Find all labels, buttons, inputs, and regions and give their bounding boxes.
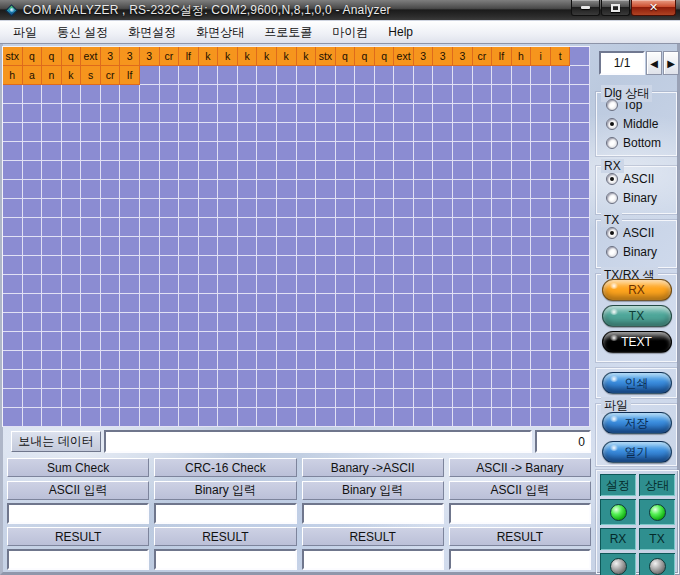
open-button[interactable]: 열기	[602, 441, 672, 463]
grid-cell	[42, 180, 62, 199]
grid-cell	[277, 199, 297, 218]
radio-icon[interactable]	[606, 99, 618, 111]
maximize-icon	[611, 4, 620, 12]
grid-cell	[81, 142, 101, 161]
prev-page-button[interactable]: ◀	[646, 51, 662, 75]
tool-title-banary-ascii[interactable]: Banary ->ASCII	[302, 458, 444, 477]
dlg-state-option-bottom[interactable]: Bottom	[606, 135, 676, 150]
grid-cell	[375, 408, 395, 427]
tx-led-gray	[649, 558, 666, 575]
grid-cell	[473, 351, 493, 370]
save-button[interactable]: 저장	[602, 412, 672, 434]
dlg-state-option-middle[interactable]: Middle	[606, 116, 676, 131]
menu-item-통신-설정[interactable]: 통신 설정	[47, 21, 118, 44]
grid-cell	[473, 294, 493, 313]
color-button-rx[interactable]: RX	[602, 279, 672, 301]
grid-cell	[453, 332, 473, 351]
grid-cell	[375, 275, 395, 294]
grid-cell	[531, 66, 551, 85]
grid-cell	[414, 313, 434, 332]
grid-cell	[394, 294, 414, 313]
menubar: 파일통신 설정화면설정화면상태프로토콜마이컴Help	[0, 20, 680, 44]
grid-cell	[433, 408, 453, 427]
grid-cell: 3	[433, 47, 453, 66]
window-title: COM ANALYZER , RS-232C설정: COM2,9600,N,8,…	[23, 2, 391, 19]
grid-cell	[375, 123, 395, 142]
menu-item-마이컴[interactable]: 마이컴	[322, 21, 378, 44]
radio-icon[interactable]	[606, 246, 618, 258]
rx-mode-option-ascii[interactable]: ASCII	[606, 171, 676, 186]
color-button-tx[interactable]: TX	[602, 305, 672, 327]
radio-icon[interactable]	[606, 227, 618, 239]
maximize-button[interactable]	[601, 0, 630, 16]
grid-cell	[140, 123, 160, 142]
grid-cell	[218, 351, 238, 370]
tool-title-crc-16-check[interactable]: CRC-16 Check	[154, 458, 296, 477]
grid-cell	[473, 275, 493, 294]
menu-item-프로토콜[interactable]: 프로토콜	[254, 21, 322, 44]
menu-item-파일[interactable]: 파일	[3, 21, 47, 44]
tool-result-crc-16-check[interactable]	[154, 549, 296, 570]
grid-cell	[62, 218, 82, 237]
tool-input-ascii-banary[interactable]	[449, 503, 591, 524]
rx-mode-option-binary[interactable]: Binary	[606, 190, 676, 205]
tool-result-banary-ascii[interactable]	[302, 549, 444, 570]
grid-cell	[42, 389, 62, 408]
grid-cell	[414, 370, 434, 389]
radio-icon[interactable]	[606, 118, 618, 130]
side-panel: 1/1 ◀ ▶ Dlg 상태 TopMiddleBottom RX ASCIIB…	[595, 44, 680, 575]
tool-result-sum-check[interactable]	[7, 549, 149, 570]
menu-item-화면설정[interactable]: 화면설정	[118, 21, 186, 44]
send-data-input[interactable]	[104, 430, 532, 453]
grid-cell	[238, 161, 258, 180]
grid-cell	[551, 370, 571, 389]
grid-cell	[81, 199, 101, 218]
tool-result-ascii-banary[interactable]	[449, 549, 591, 570]
grid-cell	[394, 237, 414, 256]
close-button[interactable]: ✕	[631, 0, 676, 16]
print-button[interactable]: 인쇄	[602, 372, 672, 394]
grid-cell: k	[257, 47, 277, 66]
grid-cell	[42, 218, 62, 237]
color-button-text[interactable]: TEXT	[602, 331, 672, 353]
grid-cell	[394, 275, 414, 294]
status-label-상태: 상태	[639, 474, 675, 496]
tool-title-sum-check[interactable]: Sum Check	[7, 458, 149, 477]
grid-cell	[81, 104, 101, 123]
grid-cell	[453, 275, 473, 294]
grid-cell	[355, 123, 375, 142]
grid-cell	[120, 199, 140, 218]
grid-cell	[199, 332, 219, 351]
grid-cell	[81, 275, 101, 294]
grid-cell	[414, 85, 434, 104]
grid-cell	[199, 370, 219, 389]
grid-cell	[433, 351, 453, 370]
grid-cell	[336, 389, 356, 408]
grid-cell	[394, 351, 414, 370]
minimize-button[interactable]	[571, 0, 600, 16]
grid-cell	[394, 161, 414, 180]
menu-item-화면상태[interactable]: 화면상태	[186, 21, 254, 44]
tool-input-label-crc-16-check: Binary 입력	[154, 481, 296, 500]
tool-title-ascii-banary[interactable]: ASCII -> Banary	[449, 458, 591, 477]
grid-cell	[336, 104, 356, 123]
grid-cell	[531, 104, 551, 123]
data-grid[interactable]: stxqqqext333crlfkkkkkkstxqqqext333crlfhi…	[2, 46, 590, 427]
radio-icon[interactable]	[606, 173, 618, 185]
radio-icon[interactable]	[606, 192, 618, 204]
next-page-button[interactable]: ▶	[663, 51, 679, 75]
tool-input-crc-16-check[interactable]	[154, 503, 296, 524]
grid-cell	[316, 85, 336, 104]
grid-cell	[355, 199, 375, 218]
grid-cell	[238, 313, 258, 332]
tool-input-sum-check[interactable]	[7, 503, 149, 524]
radio-icon[interactable]	[606, 137, 618, 149]
tx-mode-option-ascii[interactable]: ASCII	[606, 225, 676, 240]
grid-cell	[238, 218, 258, 237]
grid-cell	[81, 180, 101, 199]
tool-input-banary-ascii[interactable]	[302, 503, 444, 524]
grid-cell	[199, 237, 219, 256]
grid-cell: h	[512, 47, 532, 66]
tx-mode-option-binary[interactable]: Binary	[606, 244, 676, 259]
menu-item-help[interactable]: Help	[378, 22, 423, 42]
